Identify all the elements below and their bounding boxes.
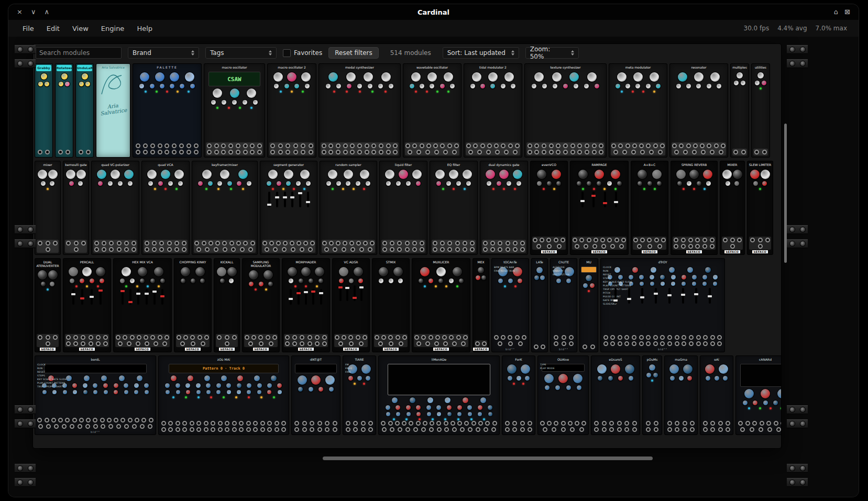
jack (454, 143, 459, 148)
jack (223, 247, 227, 252)
knob-row (572, 181, 627, 186)
module-card-percall[interactable]: PERCALLbEFACO (63, 259, 111, 352)
module-card-oa[interactable]: oAï (700, 356, 733, 435)
screw-icon (18, 227, 23, 232)
module-card-texture-synthesizer[interactable]: texture synthesizer (525, 64, 606, 157)
zoom-select[interactable]: Zoom: 50% (525, 47, 579, 59)
module-card-dtroy[interactable]: dTrOYCLOCKRUNRESETSTEPSKEY SCALE GATE SL… (601, 259, 724, 352)
favorites-checkbox[interactable] (283, 49, 291, 57)
module-card-bernoulli-gate[interactable]: bernoulli gate (63, 161, 89, 254)
module-card-slew-limiter[interactable]: SLEW LIMITERbEFACO (748, 161, 773, 254)
module-card-segment-generator[interactable]: segment generator (260, 161, 317, 254)
module-card-ouaive[interactable]: OUAIveTYPEPLAY MODE (538, 356, 588, 435)
knob (488, 405, 492, 410)
module-card-aria-salvatrice[interactable]: Aria SalvatriceAria Salvatrice (96, 64, 130, 157)
module-card-dikt-t[interactable]: dIKT@T (292, 356, 340, 435)
slider-thumb (640, 296, 644, 298)
titlebar: × ∨ ∧ Cardinal ⌂ ⊠ (8, 4, 859, 20)
module-card-undular[interactable]: UnduLaR (76, 64, 93, 157)
menu-item-help[interactable]: Help (131, 23, 158, 35)
jack-field (414, 334, 468, 347)
module-card-dual-atenuverter[interactable]: DUAL ATENUVERTERbEFACO (35, 259, 60, 352)
jack (573, 238, 577, 242)
app-icon[interactable]: ⊠ (844, 4, 850, 20)
menu-item-engine[interactable]: Engine (95, 23, 130, 35)
module-card-hex-mix-vca[interactable]: HEX MIX VCAbEFACO (114, 259, 171, 352)
module-card-palette[interactable]: PALETTE (133, 64, 201, 157)
collapse-up-icon[interactable]: ∧ (44, 4, 49, 20)
module-card-late[interactable]: LATe (532, 259, 547, 352)
module-card-wavetable-oscillator[interactable]: wavetable oscillator (403, 64, 461, 157)
module-card-zo-ma[interactable]: zOù MAïPattern 0 · Track 0 (159, 356, 289, 435)
led-row (646, 380, 658, 382)
horizontal-scrollbar[interactable] (323, 457, 653, 460)
module-card-meta-modulator[interactable]: meta modulator (609, 64, 667, 157)
module-card-macro-oscillator[interactable]: macro oscillatorCSAW (204, 64, 265, 157)
menu-item-view[interactable]: View (67, 23, 94, 35)
module-card-limonade[interactable]: liMonADe (379, 356, 499, 435)
module-card-mu[interactable]: MU (580, 259, 598, 352)
module-card-bordl[interactable]: bordLCLOCKRUNRESETSTEPSKEY SCALE GATE SL… (35, 356, 156, 435)
jack (546, 238, 551, 242)
module-card-a-b-c[interactable]: A+B+CbEFACO (631, 161, 668, 254)
module-card-evenvco[interactable]: evenVCObEFACO (531, 161, 567, 254)
menu-item-file[interactable]: File (17, 23, 40, 35)
module-title: bordL (35, 356, 156, 362)
module-card-macro-oscillator-2[interactable]: macro oscillator 2 (268, 64, 316, 157)
module-card-chopping-kinky[interactable]: CHOPPING KINKYbEFACO (174, 259, 211, 352)
module-card-keyframer-mixer[interactable]: keyframer/mixer (192, 161, 257, 254)
jack (603, 341, 608, 346)
module-card-utilities[interactable]: utilities (752, 64, 770, 157)
module-card-muxlicer[interactable]: MUXLICERbEFACO (412, 259, 470, 352)
module-card-spring-reverb[interactable]: SPRING REVERBbEFACO (671, 161, 717, 254)
module-card-mixer[interactable]: MIXERbEFACO (720, 161, 744, 254)
module-card-mixer[interactable]: mixer (35, 161, 60, 254)
module-card-canard[interactable]: cANARd (736, 356, 781, 435)
reset-filters-button[interactable]: Reset filters (328, 47, 379, 59)
module-card-vc-adsr[interactable]: VC ADSRbEFACO (333, 259, 369, 352)
jack-field (722, 237, 743, 250)
module-card-magma[interactable]: maGma (665, 356, 697, 435)
module-title: dual dynamics gate (480, 161, 528, 168)
module-card-rampage[interactable]: RAMPAGEbEFACO (570, 161, 628, 254)
brand-select[interactable]: Brand (128, 47, 199, 59)
sort-select[interactable]: Sort: Last updated (443, 47, 519, 59)
module-card-chute[interactable]: ChUTEALTITUDEGRAVITYRESTITUTIONbId°° (551, 259, 577, 352)
module-card-tiare[interactable]: TiAREFMFREQFINE (343, 356, 376, 435)
module-card-random-sampler[interactable]: random sampler (320, 161, 377, 254)
module-card-rotatoes[interactable]: Rotatoes (56, 64, 73, 157)
module-card-eq-filter[interactable]: EQ filter (430, 161, 477, 254)
knob (181, 267, 190, 276)
jack (455, 247, 460, 252)
led (504, 285, 506, 287)
module-card-resonator[interactable]: resonator (670, 64, 728, 157)
collapse-down-icon[interactable]: ∨ (31, 4, 36, 20)
module-card-sampling-modulator[interactable]: SAMPLING MODULATORbEFACO (243, 259, 279, 352)
lcd-display (542, 364, 585, 372)
module-card-stmix[interactable]: STMIXbEFACO (372, 259, 409, 352)
search-input[interactable] (36, 47, 122, 59)
module-card-quad-vca[interactable]: quad VCA (142, 161, 189, 254)
module-card-dual-dynamics-gate[interactable]: dual dynamics gate (480, 161, 528, 254)
module-title: keyframer/mixer (192, 161, 257, 168)
module-card-morphader[interactable]: MORPHADERbEFACO (282, 259, 329, 352)
led-row (38, 188, 57, 190)
menu-item-edit[interactable]: Edit (41, 23, 65, 35)
module-card-modal-synthesizer[interactable]: modal synthesizer (319, 64, 400, 157)
module-card-quad-vc-polarizer[interactable]: quad VC-polarizer (92, 161, 139, 254)
module-card-tidal-modulator-2[interactable]: tidal modulator 2 (464, 64, 522, 157)
module-card-liquid-filter[interactable]: liquid filter (380, 161, 427, 254)
home-icon[interactable]: ⌂ (834, 4, 838, 20)
knob (488, 72, 498, 82)
module-card-fork[interactable]: ForK (502, 356, 535, 435)
close-icon[interactable]: × (17, 4, 23, 20)
module-card-grabby[interactable]: Grabby (35, 64, 52, 157)
module-card-tocante[interactable]: tOCAnTeBPM BEATS BARFINE RESET RUNbId°° (492, 259, 529, 352)
tags-select[interactable]: Tags (205, 47, 277, 59)
module-card-kickall[interactable]: KICKALLbEFACO (214, 259, 239, 352)
module-card-mex[interactable]: MEXbEFACO (473, 259, 489, 352)
module-card-multiples[interactable]: multiples (731, 64, 749, 157)
module-card-poums[interactable]: pOuMs (643, 356, 662, 435)
module-card-edsaros[interactable]: eDsaroS (591, 356, 640, 435)
knob (48, 270, 58, 280)
